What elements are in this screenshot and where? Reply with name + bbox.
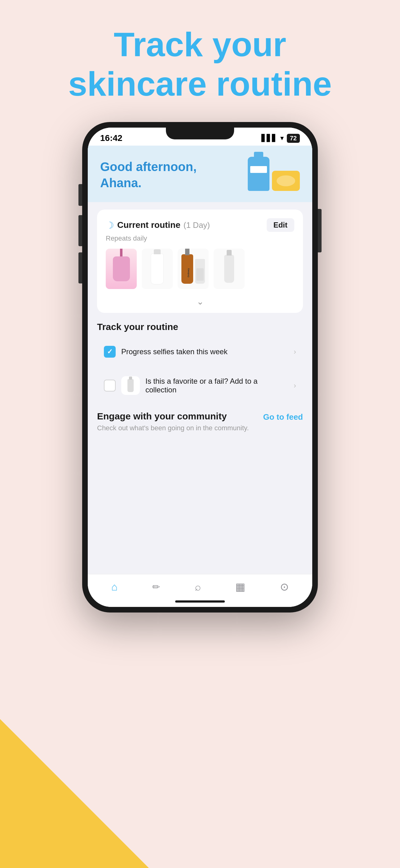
phone-notch — [166, 128, 234, 140]
home-bar — [175, 600, 225, 602]
expand-routine-button[interactable]: ⌄ — [106, 297, 294, 307]
track-item-selfies[interactable]: Progress selfies taken this week › — [97, 338, 303, 365]
prod4-body — [224, 255, 234, 283]
community-title: Engage with your community — [97, 411, 227, 422]
tube-illustration — [248, 157, 269, 191]
checkbox-checked-icon — [104, 346, 116, 358]
community-header: Engage with your community Go to feed — [97, 411, 303, 423]
track-section-title: Track your routine — [97, 321, 303, 332]
track-item-product-thumb — [121, 376, 140, 395]
header-banner: Good afternoon,Ahana. — [88, 146, 312, 202]
power-button — [318, 209, 322, 252]
community-section: Engage with your community Go to feed Ch… — [97, 411, 303, 461]
ordinary-label: Ordinary — [187, 268, 190, 277]
prod1-pump — [120, 249, 123, 256]
signal-icon: ▋▋▋ — [261, 134, 277, 142]
edit-routine-button[interactable]: Edit — [267, 218, 294, 232]
search-icon: ⌕ — [195, 581, 201, 593]
routine-card: ☽ Current routine (1 Day) Edit Repeats d… — [97, 210, 303, 313]
scroll-content: ☽ Current routine (1 Day) Edit Repeats d… — [88, 202, 312, 574]
prod2-body — [151, 253, 164, 284]
mini-bottle-icon — [128, 379, 134, 392]
checkbox-unchecked-icon — [104, 380, 116, 392]
product-3[interactable]: Ordinary — [178, 249, 209, 289]
screen-content: Good afternoon,Ahana. ☽ — [88, 146, 312, 607]
product-4[interactable] — [214, 249, 245, 289]
chevron-down-icon: ⌄ — [197, 297, 204, 307]
routine-title-row: ☽ Current routine (1 Day) — [106, 220, 210, 231]
community-subtitle: Check out what's been going on in the co… — [97, 424, 303, 432]
status-icons: ▋▋▋ ▾ 72 — [261, 134, 300, 143]
nav-journal[interactable]: ✏ — [146, 580, 166, 594]
moon-icon: ☽ — [106, 220, 114, 231]
journal-icon: ✏ — [152, 582, 160, 592]
track-item-selfies-label: Progress selfies taken this week — [121, 347, 288, 356]
community-preview-card — [97, 436, 303, 461]
greeting-text: Good afternoon,Ahana. — [100, 159, 197, 191]
bottom-nav: ⌂ ✏ ⌕ ▦ ⊙ — [88, 574, 312, 598]
phone-screen: 16:42 ▋▋▋ ▾ 72 Good afternoon,Ahana. — [88, 128, 312, 607]
home-icon: ⌂ — [111, 581, 118, 593]
silent-switch — [78, 252, 82, 283]
volume-up-button — [78, 184, 82, 206]
track-item-collection[interactable]: Is this a favorite or a fail? Add to a c… — [97, 369, 303, 402]
prod3-body: Ordinary — [181, 254, 193, 284]
products-row: Ordinary — [106, 249, 294, 291]
home-indicator — [88, 598, 312, 607]
hero-title: Track your skincare routine — [49, 25, 351, 103]
product-illustration — [248, 157, 300, 191]
nav-home[interactable]: ⌂ — [105, 579, 124, 595]
routine-days: (1 Day) — [184, 220, 210, 230]
compact-inner — [276, 176, 295, 186]
product-2[interactable] — [142, 249, 173, 289]
prod1-body — [113, 256, 130, 281]
volume-down-button — [78, 215, 82, 246]
tube-stripe — [250, 166, 267, 173]
nav-calendar[interactable]: ▦ — [229, 579, 252, 595]
routine-header: ☽ Current routine (1 Day) Edit — [106, 218, 294, 232]
battery-indicator: 72 — [287, 134, 300, 143]
compact-illustration — [272, 171, 300, 191]
status-time: 16:42 — [100, 133, 123, 143]
phone-frame: 16:42 ▋▋▋ ▾ 72 Good afternoon,Ahana. — [82, 122, 318, 613]
profile-icon: ⊙ — [280, 581, 289, 593]
bg-triangle — [0, 719, 149, 868]
routine-subtitle: Repeats daily — [106, 235, 294, 243]
product-1[interactable] — [106, 249, 137, 289]
track-item-collection-label: Is this a favorite or a fail? Add to a c… — [145, 377, 288, 394]
wifi-icon: ▾ — [280, 134, 284, 142]
nav-profile[interactable]: ⊙ — [274, 579, 295, 595]
prod3-box — [195, 259, 205, 284]
track-list: Progress selfies taken this week › Is th… — [97, 338, 303, 402]
routine-title: Current routine — [117, 220, 180, 230]
track-section: Track your routine Progress selfies take… — [97, 321, 303, 402]
prod3-box-label — [196, 268, 204, 281]
calendar-icon: ▦ — [235, 581, 245, 593]
go-to-feed-link[interactable]: Go to feed — [263, 412, 303, 422]
chevron-right-icon-collection: › — [294, 381, 296, 390]
chevron-right-icon-selfies: › — [294, 347, 296, 356]
nav-search[interactable]: ⌕ — [189, 579, 207, 595]
